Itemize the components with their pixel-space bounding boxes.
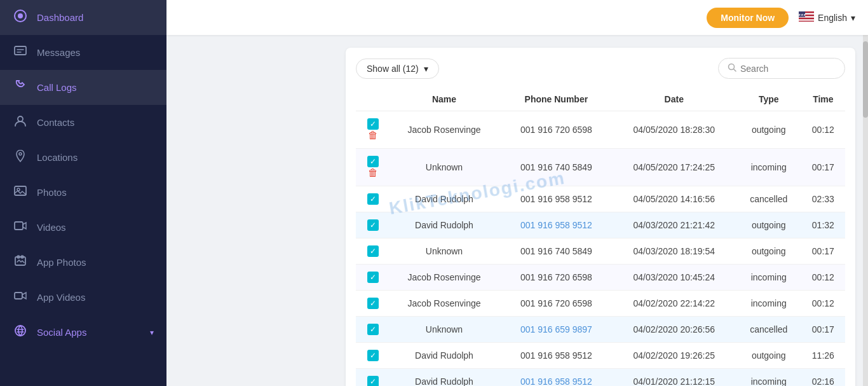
messages-icon — [13, 44, 28, 61]
table-container: Show all (12) ▾ Name Phone Number — [346, 48, 855, 386]
row-checkbox-cell: ✓ — [356, 212, 388, 238]
row-type: outgoing — [736, 212, 801, 238]
topbar: Monitor Now ★★★ English ▾ — [166, 0, 868, 35]
row-phone: 001 916 958 9512 — [501, 343, 612, 369]
row-date: 04/05/2020 18:28:30 — [612, 111, 736, 149]
sidebar-item-app-photos[interactable]: App Photos — [0, 245, 166, 280]
row-checkbox[interactable]: ✓ — [367, 193, 379, 205]
sidebar: Dashboard Messages Call Logs Contacts — [0, 0, 166, 386]
svg-point-1 — [18, 13, 23, 18]
scrollbar-track[interactable] — [863, 35, 868, 386]
row-name: Unknown — [388, 238, 501, 265]
row-checkbox-cell: ✓ — [356, 238, 388, 265]
table-row: ✓Jacob Rosenvinge001 916 720 659804/02/2… — [356, 291, 845, 317]
row-time: 00:17 — [801, 317, 845, 343]
table-header-row: Name Phone Number Date Type Time — [356, 88, 845, 111]
table-row: ✓Unknown001 916 659 989704/02/2020 20:26… — [356, 317, 845, 343]
row-phone: 001 916 659 9897 — [501, 317, 612, 343]
row-date: 04/03/2020 18:19:54 — [612, 238, 736, 265]
photos-icon — [13, 184, 28, 201]
row-date: 04/03/2020 21:21:42 — [612, 212, 736, 238]
row-checkbox-cell: ✓🗑 — [356, 149, 388, 186]
row-checkbox[interactable]: ✓ — [367, 219, 379, 231]
language-selector[interactable]: ★★★ English ▾ — [799, 11, 855, 24]
row-checkbox[interactable]: ✓ — [367, 245, 379, 257]
row-checkbox[interactable]: ✓ — [367, 118, 379, 130]
row-name: David Rudolph — [388, 369, 501, 387]
table-row: ✓Unknown001 916 740 584904/03/2020 18:19… — [356, 238, 845, 265]
row-type: outgoing — [736, 238, 801, 265]
col-name: Name — [388, 88, 501, 111]
row-checkbox[interactable]: ✓ — [367, 350, 379, 361]
row-checkbox-cell: ✓ — [356, 343, 388, 369]
show-all-dropdown[interactable]: Show all (12) ▾ — [356, 59, 439, 79]
row-date: 04/05/2020 14:16:56 — [612, 186, 736, 212]
search-box — [718, 58, 845, 79]
sidebar-item-call-logs-label: Call Logs — [37, 82, 77, 93]
col-type: Type — [736, 88, 801, 111]
sidebar-item-contacts-label: Contacts — [37, 117, 74, 128]
sidebar-item-locations[interactable]: Locations — [0, 140, 166, 175]
sidebar-item-videos[interactable]: Videos — [0, 210, 166, 245]
svg-rect-19 — [799, 21, 814, 22]
monitor-now-button[interactable]: Monitor Now — [707, 8, 789, 28]
language-chevron-icon: ▾ — [851, 13, 855, 23]
row-checkbox-cell: ✓ — [356, 291, 388, 317]
row-type: cancelled — [736, 186, 801, 212]
dropdown-chevron-icon: ▾ — [424, 64, 428, 74]
row-phone: 001 916 958 9512 — [501, 212, 612, 238]
row-phone: 001 916 958 9512 — [501, 369, 612, 387]
app-videos-icon — [13, 289, 28, 306]
row-checkbox[interactable]: ✓ — [367, 298, 379, 309]
row-checkbox[interactable]: ✓ — [367, 272, 379, 283]
row-time: 02:33 — [801, 186, 845, 212]
delete-icon[interactable]: 🗑 — [368, 130, 378, 141]
row-name: David Rudolph — [388, 186, 501, 212]
sidebar-item-dashboard[interactable]: Dashboard — [0, 0, 166, 35]
row-name: David Rudolph — [388, 212, 501, 238]
row-time: 01:32 — [801, 212, 845, 238]
search-input[interactable] — [740, 64, 836, 74]
row-date: 04/01/2020 21:12:15 — [612, 369, 736, 387]
row-type: outgoing — [736, 111, 801, 149]
col-phone: Phone Number — [501, 88, 612, 111]
row-checkbox[interactable]: ✓ — [367, 376, 379, 386]
sidebar-item-social-apps[interactable]: Social Apps ▾ — [0, 315, 166, 350]
row-time: 02:16 — [801, 369, 845, 387]
row-name: Jacob Rosenvinge — [388, 265, 501, 291]
col-checkbox — [356, 88, 388, 111]
svg-rect-18 — [799, 19, 814, 20]
sidebar-item-app-videos[interactable]: App Videos — [0, 280, 166, 315]
row-time: 00:12 — [801, 265, 845, 291]
row-name: Unknown — [388, 149, 501, 186]
row-checkbox[interactable]: ✓ — [367, 156, 379, 167]
row-time: 00:12 — [801, 291, 845, 317]
row-name: David Rudolph — [388, 343, 501, 369]
table-row: ✓David Rudolph001 916 958 951204/02/2020… — [356, 343, 845, 369]
locations-icon — [13, 149, 28, 166]
svg-text:★★★: ★★★ — [799, 13, 806, 17]
row-type: incoming — [736, 265, 801, 291]
scrollbar-thumb[interactable] — [863, 41, 868, 118]
row-type: outgoing — [736, 343, 801, 369]
call-logs-icon — [13, 79, 28, 96]
delete-icon[interactable]: 🗑 — [368, 167, 378, 178]
row-checkbox[interactable]: ✓ — [367, 324, 379, 335]
row-date: 04/02/2020 22:14:22 — [612, 291, 736, 317]
svg-rect-2 — [15, 46, 26, 55]
contacts-icon — [13, 114, 28, 131]
sidebar-item-messages[interactable]: Messages — [0, 35, 166, 70]
row-type: cancelled — [736, 317, 801, 343]
sidebar-item-call-logs[interactable]: Call Logs — [0, 70, 166, 105]
app-photos-icon — [13, 254, 28, 271]
col-date: Date — [612, 88, 736, 111]
sidebar-item-photos[interactable]: Photos — [0, 175, 166, 210]
language-label: English — [818, 13, 847, 23]
row-checkbox-cell: ✓ — [356, 265, 388, 291]
row-name: Jacob Rosenvinge — [388, 111, 501, 149]
sidebar-item-locations-label: Locations — [37, 152, 78, 163]
table-row: ✓David Rudolph001 916 958 951204/05/2020… — [356, 186, 845, 212]
row-phone: 001 916 720 6598 — [501, 111, 612, 149]
sidebar-item-contacts[interactable]: Contacts — [0, 105, 166, 140]
row-date: 04/05/2020 17:24:25 — [612, 149, 736, 186]
